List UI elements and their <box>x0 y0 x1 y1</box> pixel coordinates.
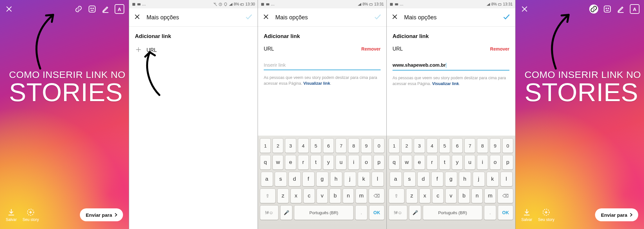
key-s[interactable]: s <box>403 172 416 186</box>
confirm-icon[interactable] <box>502 13 511 22</box>
key-e[interactable]: e <box>285 155 296 170</box>
key-d[interactable]: d <box>289 172 301 186</box>
key-p[interactable]: p <box>502 155 513 170</box>
key-z[interactable]: z <box>406 188 418 203</box>
key-7[interactable]: 7 <box>464 138 475 153</box>
ok-key[interactable]: OK <box>369 205 384 220</box>
draw-icon[interactable] <box>101 5 110 14</box>
confirm-icon[interactable] <box>245 13 253 22</box>
url-input[interactable]: www.shapeweb.com.br <box>393 61 509 71</box>
backspace-key[interactable]: ⌫ <box>369 188 384 203</box>
key-m[interactable]: m <box>355 188 367 203</box>
key-e[interactable]: e <box>414 155 425 170</box>
close-icon[interactable] <box>134 13 141 22</box>
key-n[interactable]: n <box>471 188 483 203</box>
link-icon[interactable] <box>589 5 598 14</box>
backspace-key[interactable]: ⌫ <box>497 188 513 203</box>
key-o[interactable]: o <box>490 155 501 170</box>
sticker-icon[interactable] <box>88 5 97 14</box>
mic-key[interactable]: 🎤 <box>409 205 421 220</box>
confirm-icon[interactable] <box>374 13 382 22</box>
key-b[interactable]: b <box>329 188 341 203</box>
key-h[interactable]: h <box>459 172 471 186</box>
key-q[interactable]: q <box>389 155 400 170</box>
key-y[interactable]: y <box>452 155 463 170</box>
key-5[interactable]: 5 <box>310 138 321 153</box>
key-o[interactable]: o <box>361 155 372 170</box>
key-s[interactable]: s <box>275 172 287 186</box>
key-7[interactable]: 7 <box>336 138 346 153</box>
key-c[interactable]: c <box>432 188 444 203</box>
key-5[interactable]: 5 <box>439 138 450 153</box>
key-n[interactable]: n <box>343 188 354 203</box>
close-icon[interactable] <box>520 5 529 14</box>
key-q[interactable]: q <box>260 155 271 170</box>
save-button[interactable]: Salvar <box>521 208 532 222</box>
space-key[interactable]: Português (BR) <box>423 205 482 220</box>
key-k[interactable]: k <box>487 172 499 186</box>
key-i[interactable]: i <box>348 155 359 170</box>
key-a[interactable]: a <box>390 172 402 186</box>
key-x[interactable]: x <box>419 188 431 203</box>
key-t[interactable]: t <box>310 155 321 170</box>
draw-icon[interactable] <box>616 5 625 14</box>
dot-key[interactable]: . <box>484 205 496 220</box>
preview-link[interactable]: Visualizar link <box>303 81 330 86</box>
url-input[interactable] <box>264 61 381 70</box>
key-u[interactable]: u <box>336 155 346 170</box>
key-k[interactable]: k <box>358 172 370 186</box>
your-story-button[interactable]: Seu story <box>538 208 554 222</box>
key-1[interactable]: 1 <box>389 138 400 153</box>
key-9[interactable]: 9 <box>361 138 372 153</box>
symbols-key[interactable]: !#☺ <box>389 205 407 220</box>
key-l[interactable]: l <box>372 172 384 186</box>
key-i[interactable]: i <box>477 155 488 170</box>
dot-key[interactable]: . <box>355 205 367 220</box>
key-h[interactable]: h <box>330 172 342 186</box>
key-x[interactable]: x <box>290 188 302 203</box>
sticker-icon[interactable] <box>603 5 612 14</box>
key-z[interactable]: z <box>277 188 289 203</box>
save-button[interactable]: Salvar <box>6 208 17 222</box>
key-r[interactable]: r <box>427 155 438 170</box>
mic-key[interactable]: 🎤 <box>280 205 292 220</box>
key-0[interactable]: 0 <box>374 138 384 153</box>
keyboard[interactable]: 1234567890 qwertyuiop asdfghjkl ⇧ zxcvbn… <box>387 136 515 229</box>
key-m[interactable]: m <box>484 188 496 203</box>
ok-key[interactable]: OK <box>498 205 513 220</box>
key-w[interactable]: w <box>401 155 412 170</box>
key-8[interactable]: 8 <box>477 138 488 153</box>
key-u[interactable]: u <box>464 155 475 170</box>
key-8[interactable]: 8 <box>348 138 359 153</box>
space-key[interactable]: Português (BR) <box>294 205 354 220</box>
keyboard[interactable]: 1234567890 qwertyuiop asdfghjkl ⇧ zxcvbn… <box>258 136 386 229</box>
key-l[interactable]: l <box>500 172 513 186</box>
key-v[interactable]: v <box>317 188 328 203</box>
preview-link[interactable]: Visualizar link <box>432 81 459 86</box>
close-icon[interactable] <box>391 13 398 22</box>
key-c[interactable]: c <box>303 188 315 203</box>
symbols-key[interactable]: !#☺ <box>260 205 279 220</box>
key-g[interactable]: g <box>445 172 457 186</box>
key-p[interactable]: p <box>374 155 384 170</box>
key-6[interactable]: 6 <box>323 138 334 153</box>
key-3[interactable]: 3 <box>414 138 425 153</box>
text-icon[interactable]: A <box>630 4 639 14</box>
remove-link[interactable]: Remover <box>361 46 381 52</box>
key-2[interactable]: 2 <box>401 138 412 153</box>
shift-key[interactable]: ⇧ <box>260 188 276 203</box>
key-j[interactable]: j <box>473 172 485 186</box>
close-icon[interactable] <box>262 13 270 22</box>
your-story-button[interactable]: Seu story <box>23 208 39 222</box>
key-4[interactable]: 4 <box>427 138 438 153</box>
key-b[interactable]: b <box>458 188 470 203</box>
key-r[interactable]: r <box>298 155 309 170</box>
text-icon[interactable]: A <box>115 4 124 14</box>
key-9[interactable]: 9 <box>490 138 501 153</box>
key-v[interactable]: v <box>445 188 457 203</box>
key-f[interactable]: f <box>302 172 315 186</box>
shift-key[interactable]: ⇧ <box>389 188 404 203</box>
key-0[interactable]: 0 <box>502 138 513 153</box>
key-a[interactable]: a <box>261 172 273 186</box>
key-2[interactable]: 2 <box>272 138 283 153</box>
